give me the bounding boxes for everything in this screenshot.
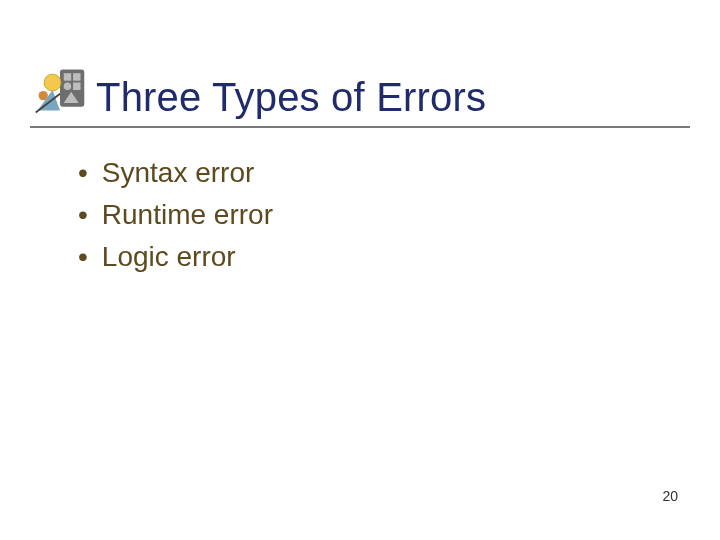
- page-number: 20: [662, 488, 678, 504]
- bullet-icon: •: [78, 198, 88, 232]
- list-item: • Logic error: [78, 240, 720, 274]
- svg-point-3: [64, 83, 71, 90]
- list-item-text: Logic error: [102, 240, 236, 274]
- svg-point-6: [44, 74, 61, 91]
- slide-icon: [30, 60, 90, 120]
- list-item: • Syntax error: [78, 156, 720, 190]
- list-item: • Runtime error: [78, 198, 720, 232]
- svg-rect-4: [73, 83, 80, 90]
- bullet-icon: •: [78, 240, 88, 274]
- list-item-text: Runtime error: [102, 198, 273, 232]
- header: Three Types of Errors: [0, 0, 720, 120]
- list-item-text: Syntax error: [102, 156, 255, 190]
- slide: Three Types of Errors • Syntax error • R…: [0, 0, 720, 540]
- slide-title: Three Types of Errors: [96, 75, 486, 120]
- decorative-clip-art-icon: [32, 62, 88, 118]
- bullet-icon: •: [78, 156, 88, 190]
- svg-rect-2: [73, 73, 80, 80]
- svg-rect-1: [64, 73, 71, 80]
- bullet-list: • Syntax error • Runtime error • Logic e…: [0, 128, 720, 274]
